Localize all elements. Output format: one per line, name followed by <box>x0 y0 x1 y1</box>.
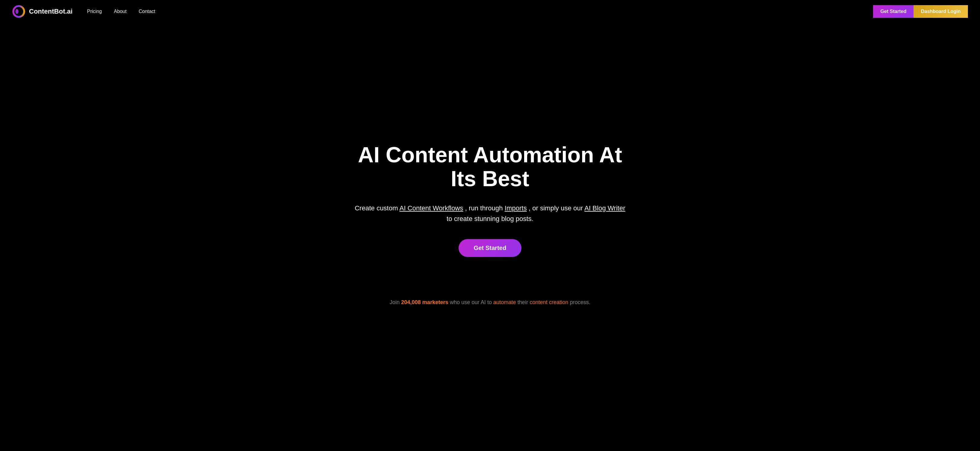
link-blog-writer[interactable]: AI Blog Writer <box>584 204 625 212</box>
social-middle: who use our AI to <box>450 299 493 305</box>
nav-link-about[interactable]: About <box>114 9 127 14</box>
social-automate: automate <box>493 299 516 305</box>
nav-link-contact[interactable]: Contact <box>138 9 155 14</box>
svg-point-0 <box>13 6 24 17</box>
logo-icon <box>12 5 25 18</box>
social-content-creation: content creation <box>530 299 568 305</box>
nav-left: ContentBot.ai Pricing About Contact <box>12 5 155 18</box>
link-imports[interactable]: Imports <box>504 204 527 212</box>
social-count-val: 204,008 <box>401 299 421 305</box>
get-started-nav-button[interactable]: Get Started <box>873 5 913 18</box>
link-ai-workflows[interactable]: AI Content Workflows <box>399 204 463 212</box>
subtitle-suffix: to create stunning blog posts. <box>447 215 533 223</box>
nav-links: Pricing About Contact <box>87 9 155 14</box>
subtitle-or: , or simply use our <box>529 204 583 212</box>
svg-point-1 <box>15 9 18 14</box>
navbar: ContentBot.ai Pricing About Contact Get … <box>0 0 980 23</box>
social-proof: Join 204,008 marketers who use our AI to… <box>390 299 590 306</box>
social-suffix: process. <box>570 299 590 305</box>
hero-section: AI Content Automation At Its Best Create… <box>0 23 980 414</box>
nav-right: Get Started Dashboard Login <box>873 5 968 18</box>
nav-item-about[interactable]: About <box>114 9 127 14</box>
hero-title: AI Content Automation At Its Best <box>354 143 626 191</box>
get-started-hero-button[interactable]: Get Started <box>458 239 522 257</box>
logo-link[interactable]: ContentBot.ai <box>12 5 73 18</box>
hero-subtitle: Create custom AI Content Workflows , run… <box>354 203 626 224</box>
subtitle-middle: , run through <box>465 204 503 212</box>
social-prefix: Join <box>390 299 400 305</box>
nav-item-contact[interactable]: Contact <box>138 9 155 14</box>
dashboard-login-button[interactable]: Dashboard Login <box>913 5 968 18</box>
social-their: their <box>517 299 530 305</box>
nav-item-pricing[interactable]: Pricing <box>87 9 102 14</box>
social-marketers-val: marketers <box>422 299 448 305</box>
nav-link-pricing[interactable]: Pricing <box>87 9 102 14</box>
subtitle-prefix: Create custom <box>355 204 398 212</box>
logo-text: ContentBot.ai <box>29 8 73 16</box>
